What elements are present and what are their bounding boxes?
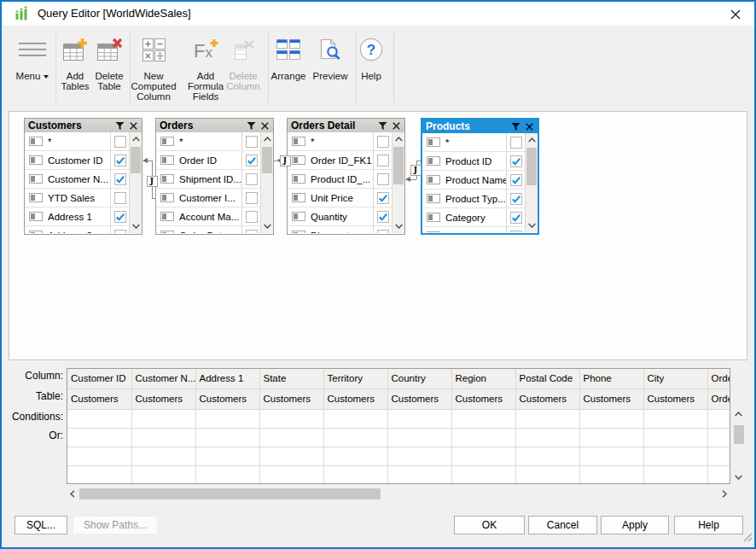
grid-cell[interactable]: Customers: [259, 388, 323, 409]
grid-cell[interactable]: Customer N...: [131, 369, 195, 388]
field-row[interactable]: Order ID: [156, 151, 260, 170]
grid-cell[interactable]: Customers: [67, 388, 131, 409]
filter-funnel-icon[interactable]: [115, 121, 125, 131]
field-row[interactable]: Product Name: [422, 171, 525, 190]
card-scrollbar[interactable]: [129, 132, 142, 233]
ok-button[interactable]: OK: [454, 516, 525, 534]
field-row[interactable]: *: [156, 132, 260, 151]
field-checkbox-checked[interactable]: [510, 212, 522, 224]
grid-cell[interactable]: [579, 465, 643, 484]
grid-cell[interactable]: [195, 409, 259, 428]
join-box[interactable]: J: [410, 165, 422, 176]
field-row[interactable]: *: [288, 132, 392, 151]
grid-cell[interactable]: [515, 428, 579, 447]
filter-funnel-icon[interactable]: [247, 121, 256, 131]
scroll-up-icon[interactable]: [261, 133, 273, 145]
grid-cell[interactable]: [707, 409, 730, 428]
table-card-orders-detail[interactable]: Orders Detail*Order ID_FK1Product ID_...…: [287, 118, 405, 235]
grid-cell[interactable]: [579, 428, 643, 447]
table-card-products[interactable]: Products*Product IDProduct NameProduct T…: [421, 118, 539, 235]
field-checkbox-unchecked[interactable]: [246, 230, 258, 234]
grid-cell[interactable]: Customers: [515, 388, 579, 409]
field-row[interactable]: Address 1: [25, 207, 129, 226]
scroll-up-icon[interactable]: [526, 134, 538, 146]
table-card-customers[interactable]: Customers*Customer IDCustomer N...YTD Sa…: [24, 118, 142, 235]
field-checkbox-unchecked[interactable]: [510, 231, 522, 233]
toolbar-button-new-computed-column[interactable]: NewComputedColumn: [124, 31, 183, 102]
scroll-down-icon[interactable]: [732, 471, 745, 483]
grid-cell[interactable]: [643, 428, 707, 447]
grid-cell[interactable]: [643, 465, 707, 484]
grid-cell[interactable]: City: [643, 369, 707, 388]
scroll-left-icon[interactable]: [67, 488, 79, 500]
grid-cell[interactable]: [131, 465, 195, 484]
grid-cell[interactable]: [259, 465, 323, 484]
grid-cell[interactable]: Orders: [707, 388, 730, 409]
card-scrollbar[interactable]: [260, 132, 273, 233]
card-scrollbar[interactable]: [392, 132, 404, 233]
field-checkbox-checked[interactable]: [114, 155, 126, 166]
table-card-close-icon[interactable]: [393, 122, 400, 130]
scroll-down-icon[interactable]: [526, 219, 538, 231]
table-card-header[interactable]: Products: [422, 120, 538, 133]
field-checkbox-unchecked[interactable]: [246, 173, 258, 185]
field-row[interactable]: Price: [422, 227, 525, 232]
scroll-down-icon[interactable]: [393, 220, 404, 232]
field-checkbox-unchecked[interactable]: [377, 136, 389, 148]
field-row[interactable]: *: [422, 133, 525, 152]
grid-cell[interactable]: Postal Code: [515, 369, 579, 388]
grid-cell[interactable]: Address 1: [195, 369, 259, 388]
grid-horizontal-scrollbar[interactable]: [67, 488, 730, 500]
grid-cell[interactable]: Order ID: [707, 369, 730, 388]
grid-cell[interactable]: Customers: [131, 388, 195, 409]
field-checkbox-checked[interactable]: [510, 174, 522, 186]
scroll-down-icon[interactable]: [130, 220, 142, 232]
grid-cell[interactable]: [707, 447, 730, 465]
field-checkbox-unchecked[interactable]: [377, 173, 389, 185]
field-checkbox-unchecked[interactable]: [246, 192, 258, 204]
grid-cell[interactable]: [131, 428, 195, 447]
grid-cell[interactable]: [579, 409, 643, 428]
grid-cell[interactable]: [259, 447, 323, 465]
grid-cell[interactable]: [67, 465, 131, 484]
field-row[interactable]: Quantity: [288, 207, 392, 226]
field-checkbox-checked[interactable]: [377, 192, 389, 204]
grid-cell[interactable]: [259, 409, 323, 428]
scroll-thumb[interactable]: [526, 148, 537, 185]
grid-cell[interactable]: [323, 409, 387, 428]
grid-cell[interactable]: [387, 447, 451, 465]
grid-cell[interactable]: [451, 409, 515, 428]
toolbar-button-delete-column[interactable]: DeleteColumn: [219, 31, 267, 91]
table-card-close-icon[interactable]: [261, 122, 269, 130]
field-row[interactable]: Product ID_...: [288, 170, 392, 189]
field-checkbox-unchecked[interactable]: [114, 230, 126, 234]
field-checkbox-unchecked[interactable]: [246, 211, 258, 223]
grid-cell[interactable]: [515, 465, 579, 484]
field-checkbox-checked[interactable]: [114, 211, 126, 223]
grid-cell[interactable]: [323, 447, 387, 465]
field-row[interactable]: Category: [422, 208, 525, 227]
grid-cell[interactable]: Country: [387, 369, 451, 388]
field-row[interactable]: Shipment ID...: [156, 170, 260, 189]
grid-cell[interactable]: Customers: [195, 388, 259, 409]
grid-cell[interactable]: [323, 428, 387, 447]
field-row[interactable]: Unit Price: [288, 189, 392, 207]
grid-cell[interactable]: Phone: [579, 369, 643, 388]
grid-cell[interactable]: [387, 409, 451, 428]
grid-cell[interactable]: [131, 409, 195, 428]
scroll-thumb[interactable]: [393, 147, 404, 184]
grid-cell[interactable]: [515, 409, 579, 428]
grid-cell[interactable]: [643, 409, 707, 428]
apply-button[interactable]: Apply: [601, 516, 669, 534]
grid-cell[interactable]: [387, 428, 451, 447]
grid-cell[interactable]: [451, 428, 515, 447]
table-card-header[interactable]: Orders Detail: [288, 119, 404, 132]
table-card-close-icon[interactable]: [526, 123, 533, 131]
field-row[interactable]: Customer N...: [25, 170, 129, 189]
grid-cell[interactable]: [387, 465, 451, 484]
grid-cell[interactable]: Customers: [323, 388, 387, 409]
scroll-up-icon[interactable]: [130, 133, 142, 145]
field-checkbox-checked[interactable]: [377, 211, 389, 223]
field-row[interactable]: Customer I...: [156, 189, 260, 207]
field-checkbox-unchecked[interactable]: [246, 136, 258, 148]
